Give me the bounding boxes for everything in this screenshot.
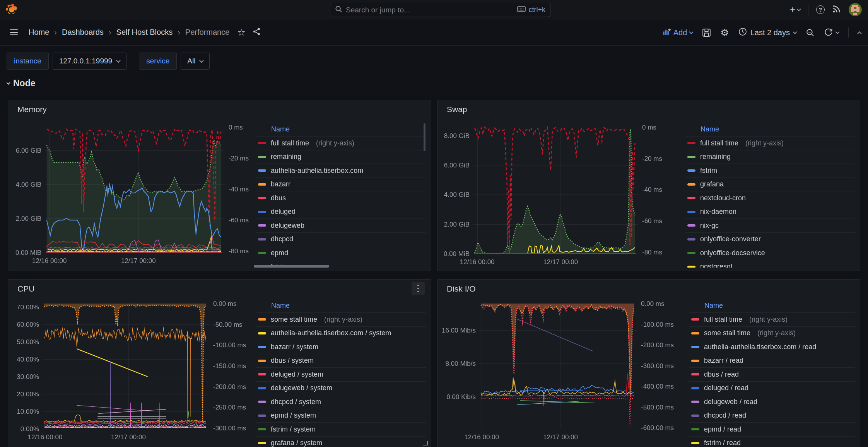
legend-item[interactable]: delugeweb (256, 218, 426, 232)
series-axis-note: (right y-axis) (745, 139, 784, 147)
refresh-button[interactable] (824, 28, 839, 37)
variable-service-select[interactable]: All (181, 53, 210, 70)
series-label: onlyoffice-converter (700, 235, 761, 243)
variable-instance-select[interactable]: 127.0.0.1:19999 (53, 53, 126, 70)
legend-header[interactable]: Name (256, 299, 426, 312)
legend-item[interactable]: nextcloud-cron (685, 191, 855, 205)
variable-instance-label[interactable]: instance (7, 53, 49, 70)
legend-item[interactable]: full stall time(right y-axis) (685, 136, 855, 150)
collapse-toolbar-icon[interactable] (857, 31, 861, 36)
legend-item[interactable]: full stall time(right y-axis) (689, 312, 855, 326)
legend-item[interactable]: dhcpcd (256, 232, 426, 246)
legend-item[interactable]: grafana (685, 177, 855, 191)
legend-item[interactable]: dhcpcd / read (689, 409, 855, 423)
legend-item[interactable]: epmd (256, 246, 426, 260)
breadcrumb-dashboards[interactable]: Dashboards (62, 28, 104, 37)
dashboard-toolbar: Add ⚙ Last 2 days (663, 19, 861, 46)
time-range-label: Last 2 days (750, 28, 790, 37)
legend-item[interactable]: onlyoffice-converter (685, 232, 855, 246)
series-color-chip (258, 252, 266, 254)
search-input[interactable] (346, 6, 514, 14)
legend-horizontal-scrollbar[interactable] (254, 265, 329, 268)
dashboard-settings-gear-icon[interactable]: ⚙ (720, 27, 729, 38)
legend-item[interactable]: bazarr / read (689, 354, 855, 368)
series-label: grafana / system (271, 439, 322, 447)
series-color-chip (691, 318, 699, 321)
legend-item[interactable]: delugeweb / system (256, 381, 426, 395)
series-color-chip (691, 373, 699, 375)
legend-header[interactable]: Name (689, 299, 855, 312)
save-dashboard-button[interactable] (702, 28, 711, 37)
legend-item[interactable]: onlyoffice-docservice (685, 246, 855, 260)
legend-item[interactable]: epmd / system (256, 409, 426, 423)
zoom-out-icon[interactable] (806, 28, 815, 37)
panel-title[interactable]: Memory (17, 105, 47, 114)
series-label: epmd (271, 249, 288, 257)
legend-item[interactable]: fstrim (685, 164, 855, 177)
grafana-logo-icon[interactable] (5, 3, 18, 16)
panel-menu-kebab-icon[interactable] (412, 282, 425, 295)
chevron-down-icon (116, 58, 120, 63)
legend-item[interactable]: grafana / system (256, 436, 426, 447)
news-rss-icon[interactable] (832, 5, 841, 15)
legend-item[interactable]: delugeweb / read (689, 395, 855, 409)
menu-toggle-icon[interactable] (10, 29, 18, 36)
legend-item[interactable]: dbus / system (256, 354, 426, 368)
panel-disk-io: Disk I/O Name full stall time(right y-ax… (437, 279, 860, 447)
legend-header[interactable]: Name (256, 123, 426, 136)
legend-item[interactable]: deluged / system (256, 367, 426, 381)
breadcrumb-home[interactable]: Home (29, 28, 49, 37)
legend-item[interactable]: deluged / read (689, 381, 855, 395)
legend-item[interactable]: dbus (256, 191, 426, 205)
panel-resize-handle[interactable] (423, 440, 428, 447)
legend-item[interactable]: dbus / read (689, 367, 855, 381)
legend-item[interactable]: fstrim / read (689, 436, 855, 447)
legend-item[interactable]: authelia-authelia.tiserbox.com (256, 164, 426, 177)
legend-item[interactable]: fstrim / system (256, 422, 426, 436)
favorite-star-icon[interactable]: ☆ (237, 27, 246, 38)
legend-item[interactable]: bazarr / system (256, 340, 426, 354)
time-range-picker[interactable]: Last 2 days (738, 27, 796, 38)
breadcrumb-folder[interactable]: Self Host Blocks (116, 28, 173, 37)
legend-item[interactable]: nix-gc (685, 218, 855, 232)
clock-icon (738, 27, 747, 38)
legend-item[interactable]: remaining (685, 150, 855, 164)
legend-item[interactable]: bazarr (256, 177, 426, 191)
legend-item[interactable]: epmd / read (689, 422, 855, 436)
series-label: deluged (271, 208, 296, 216)
legend-item[interactable]: postgresql (685, 260, 855, 268)
legend-item[interactable]: full stall time(right y-axis) (256, 136, 426, 150)
legend-item[interactable]: dhcpcd / system (256, 395, 426, 409)
breadcrumb: Home › Dashboards › Self Host Blocks › P… (29, 28, 229, 37)
legend-item[interactable]: remaining (256, 150, 426, 164)
add-panel-button[interactable]: Add (663, 28, 693, 37)
series-label: full stall time (704, 316, 742, 324)
legend-item[interactable]: authelia-authelia.tiserbox.com / read (689, 340, 855, 354)
series-color-chip (687, 266, 695, 268)
share-icon[interactable] (253, 27, 261, 37)
row-node-toggle[interactable]: Node (7, 78, 36, 89)
series-color-chip (258, 428, 266, 430)
legend-item[interactable]: deluged (256, 205, 426, 219)
legend-item[interactable]: some stall time(right y-axis) (256, 312, 426, 326)
chevron-down-icon (200, 58, 204, 63)
series-label: dhcpcd (271, 235, 293, 243)
variable-service-label[interactable]: service (139, 53, 177, 70)
shortcut-text: ctrl+k (528, 6, 545, 14)
series-color-chip (258, 156, 266, 158)
search-bar[interactable]: ctrl+k (330, 3, 550, 17)
legend-header[interactable]: Name (685, 123, 855, 136)
series-label: deluged / read (704, 384, 748, 392)
legend-item[interactable]: authelia-authelia.tiserbox.com / system (256, 326, 426, 340)
legend-item[interactable]: nix-daemon (685, 205, 855, 219)
panel-title[interactable]: Disk I/O (447, 284, 476, 293)
series-label: full stall time (271, 139, 309, 147)
legend-vertical-scrollbar[interactable] (424, 123, 425, 151)
panel-title[interactable]: Swap (447, 105, 467, 114)
panel-title[interactable]: CPU (17, 284, 34, 293)
help-icon[interactable]: ? (816, 5, 825, 14)
legend-item[interactable]: some stall time(right y-axis) (689, 326, 855, 340)
new-button[interactable]: + (790, 5, 800, 14)
shortcut-hint: ctrl+k (517, 6, 545, 14)
user-avatar[interactable] (849, 3, 862, 16)
